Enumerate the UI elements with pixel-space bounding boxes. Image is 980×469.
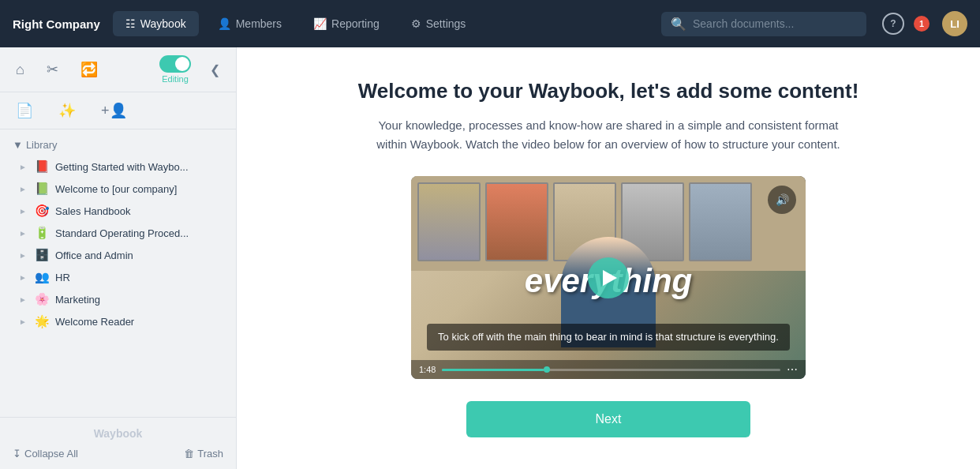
add-user-icon-button[interactable]: +👤 <box>98 99 130 122</box>
members-icon: 👤 <box>218 17 231 30</box>
search-icon: 🔍 <box>671 17 686 32</box>
list-item[interactable]: ► 🌸 Marketing <box>13 288 223 310</box>
list-item[interactable]: ► 🌟 Welcome Reader <box>13 310 223 332</box>
reporting-icon: 📈 <box>313 17 327 30</box>
video-progress-track[interactable] <box>442 369 780 371</box>
library-label[interactable]: ▼ Library <box>13 139 223 151</box>
page-description: Your knowledge, processes and know-how a… <box>364 116 853 154</box>
sidebar-toolbar2: 📄 ✨ +👤 <box>0 92 236 129</box>
chevron-right-icon: ► <box>19 251 28 260</box>
library-items: ► 📕 Getting Started with Waybo... ► 📗 We… <box>13 156 223 332</box>
toggle-knob <box>175 57 189 71</box>
video-progress-fill <box>442 369 544 371</box>
waybook-nav-icon: ☷ <box>125 17 136 30</box>
editing-toggle[interactable]: Editing <box>159 55 191 84</box>
reporting-nav-button[interactable]: 📈 Reporting <box>301 11 392 36</box>
help-button[interactable]: ? <box>882 13 904 35</box>
members-nav-button[interactable]: 👤 Members <box>205 11 294 36</box>
waybook-watermark: Waybook <box>94 427 143 440</box>
top-navigation: Right Company ☷ Waybook 👤 Members 📈 Repo… <box>0 0 980 47</box>
item-icon: 👥 <box>35 270 49 284</box>
item-icon: 🔋 <box>35 226 49 240</box>
video-frame <box>689 182 752 261</box>
trash-button[interactable]: 🗑 Trash <box>184 448 223 460</box>
settings-nav-button[interactable]: ⚙ Settings <box>398 11 479 36</box>
item-icon: 🗄️ <box>35 248 49 262</box>
sound-button[interactable]: 🔊 <box>768 186 796 214</box>
list-item[interactable]: ► 📕 Getting Started with Waybo... <box>13 156 223 178</box>
toggle-switch[interactable] <box>159 55 191 73</box>
list-item[interactable]: ► 🗄️ Office and Admin <box>13 244 223 266</box>
video-frame <box>417 182 481 261</box>
video-player[interactable]: everything 🔊 To kick off with the main t… <box>411 176 806 379</box>
main-layout: ⌂ ✂ 🔁 Editing ❮ 📄 ✨ +👤 ▼ Library <box>0 47 980 469</box>
video-more-button[interactable]: ⋯ <box>787 363 798 376</box>
sidebar: ⌂ ✂ 🔁 Editing ❮ 📄 ✨ +👤 ▼ Library <box>0 47 237 469</box>
list-item[interactable]: ► 🎯 Sales Handbook <box>13 200 223 222</box>
sidebar-toolbar: ⌂ ✂ 🔁 Editing ❮ <box>0 47 236 92</box>
item-icon: 🌸 <box>35 292 49 306</box>
chevron-right-icon: ► <box>19 185 28 193</box>
main-content: Welcome to your Waybook, let's add some … <box>237 47 980 469</box>
video-caption: To kick off with the main thing to bear … <box>427 324 790 351</box>
item-icon: 🎯 <box>35 204 49 218</box>
play-icon <box>603 270 617 286</box>
share-icon-button[interactable]: 🔁 <box>77 58 101 81</box>
item-icon: 🌟 <box>35 314 49 328</box>
play-button[interactable] <box>588 257 629 298</box>
home-icon-button[interactable]: ⌂ <box>13 58 28 81</box>
search-input[interactable] <box>693 17 851 30</box>
chevron-right-icon: ► <box>19 273 28 282</box>
company-name: Right Company <box>13 17 100 31</box>
chevron-right-icon: ► <box>19 295 28 304</box>
video-frame <box>485 182 548 261</box>
collapse-all-icon: ↧ <box>13 448 21 460</box>
chevron-down-icon: ▼ <box>13 139 23 151</box>
list-item[interactable]: ► 👥 HR <box>13 266 223 288</box>
chevron-right-icon: ► <box>19 207 28 216</box>
item-icon: 📗 <box>35 182 49 196</box>
list-item[interactable]: ► 📗 Welcome to [our company] <box>13 178 223 200</box>
user-avatar[interactable]: LI <box>942 11 967 36</box>
chevron-right-icon: ► <box>19 163 28 171</box>
video-timestamp: 1:48 <box>419 365 436 374</box>
editing-label: Editing <box>162 74 189 84</box>
notification-badge[interactable]: 1 <box>914 16 930 32</box>
trash-icon: 🗑 <box>184 448 194 460</box>
scissors-icon-button[interactable]: ✂ <box>43 58 62 81</box>
sidebar-footer-actions: ↧ Collapse All 🗑 Trash <box>13 448 223 460</box>
video-progress-dot <box>544 366 550 373</box>
list-item[interactable]: ► 🔋 Standard Operating Proced... <box>13 222 223 244</box>
sidebar-footer: Waybook ↧ Collapse All 🗑 Trash <box>0 417 236 469</box>
next-button[interactable]: Next <box>466 401 750 437</box>
collapse-all-button[interactable]: ↧ Collapse All <box>13 448 78 460</box>
page-title: Welcome to your Waybook, let's add some … <box>358 79 859 103</box>
video-controls: 1:48 ⋯ <box>411 360 806 379</box>
settings-icon: ⚙ <box>411 17 421 30</box>
chevron-right-icon: ► <box>19 229 28 238</box>
item-icon: 📕 <box>35 159 49 174</box>
library-section: ▼ Library ► 📕 Getting Started with Waybo… <box>0 129 236 336</box>
document-icon-button[interactable]: 📄 <box>13 99 36 122</box>
magic-icon-button[interactable]: ✨ <box>55 99 79 122</box>
search-container: 🔍 <box>661 12 866 36</box>
waybook-nav-button[interactable]: ☷ Waybook <box>113 11 199 36</box>
sidebar-collapse-button[interactable]: ❮ <box>207 59 223 81</box>
waybook-nav-label: Waybook <box>140 17 186 30</box>
chevron-right-icon: ► <box>19 317 28 326</box>
